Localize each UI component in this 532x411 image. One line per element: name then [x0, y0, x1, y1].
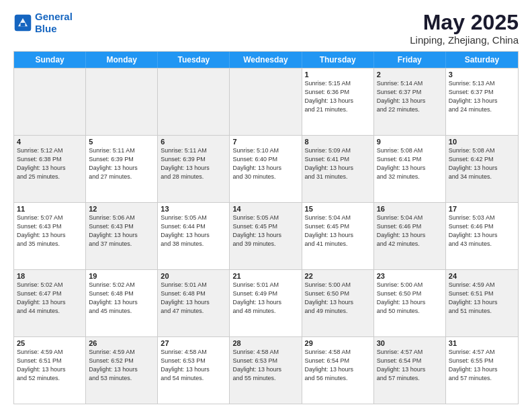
- calendar-day-26: 26Sunrise: 4:59 AM Sunset: 6:52 PM Dayli…: [86, 337, 158, 404]
- day-info: Sunrise: 5:01 AM Sunset: 6:49 PM Dayligh…: [232, 281, 298, 316]
- calendar-row-3: 11Sunrise: 5:07 AM Sunset: 6:43 PM Dayli…: [14, 202, 518, 269]
- day-info: Sunrise: 4:57 AM Sunset: 6:55 PM Dayligh…: [449, 348, 515, 383]
- calendar-header: SundayMondayTuesdayWednesdayThursdayFrid…: [14, 52, 518, 68]
- day-info: Sunrise: 5:00 AM Sunset: 6:50 PM Dayligh…: [377, 281, 443, 316]
- calendar-day-23: 23Sunrise: 5:00 AM Sunset: 6:50 PM Dayli…: [374, 270, 446, 336]
- day-info: Sunrise: 5:15 AM Sunset: 6:36 PM Dayligh…: [305, 79, 371, 114]
- calendar-day-24: 24Sunrise: 4:59 AM Sunset: 6:51 PM Dayli…: [446, 270, 518, 336]
- day-header-thursday: Thursday: [302, 52, 374, 68]
- day-number: 17: [449, 205, 515, 213]
- logo: General Blue: [13, 11, 73, 35]
- calendar-day-31: 31Sunrise: 4:57 AM Sunset: 6:55 PM Dayli…: [446, 337, 518, 404]
- day-info: Sunrise: 5:08 AM Sunset: 6:42 PM Dayligh…: [449, 146, 515, 181]
- day-number: 9: [377, 138, 443, 146]
- day-info: Sunrise: 5:02 AM Sunset: 6:47 PM Dayligh…: [17, 281, 83, 316]
- day-info: Sunrise: 5:11 AM Sunset: 6:39 PM Dayligh…: [161, 146, 226, 181]
- day-info: Sunrise: 5:12 AM Sunset: 6:38 PM Dayligh…: [17, 146, 83, 181]
- day-number: 14: [232, 205, 298, 213]
- day-number: 6: [161, 138, 226, 146]
- calendar: SundayMondayTuesdayWednesdayThursdayFrid…: [13, 51, 519, 404]
- day-number: 16: [377, 205, 443, 213]
- day-number: 24: [449, 272, 515, 280]
- svg-rect-2: [21, 23, 26, 26]
- day-number: 21: [232, 272, 298, 280]
- day-number: 28: [232, 339, 298, 347]
- logo-text: General Blue: [35, 11, 73, 35]
- calendar-day-15: 15Sunrise: 5:04 AM Sunset: 6:45 PM Dayli…: [302, 203, 374, 269]
- logo-icon: [13, 13, 32, 32]
- calendar-day-16: 16Sunrise: 5:04 AM Sunset: 6:46 PM Dayli…: [374, 203, 446, 269]
- day-number: 19: [89, 272, 154, 280]
- day-number: 2: [377, 71, 443, 79]
- calendar-day-7: 7Sunrise: 5:10 AM Sunset: 6:40 PM Daylig…: [230, 136, 302, 202]
- day-number: 3: [449, 71, 515, 79]
- day-number: 15: [305, 205, 371, 213]
- day-number: 1: [305, 71, 371, 79]
- day-number: 31: [449, 339, 515, 347]
- day-info: Sunrise: 5:04 AM Sunset: 6:46 PM Dayligh…: [377, 214, 443, 248]
- calendar-day-21: 21Sunrise: 5:01 AM Sunset: 6:49 PM Dayli…: [230, 270, 302, 336]
- day-info: Sunrise: 5:05 AM Sunset: 6:45 PM Dayligh…: [232, 214, 298, 248]
- day-number: 27: [161, 339, 226, 347]
- day-number: 30: [377, 339, 443, 347]
- calendar-day-30: 30Sunrise: 4:57 AM Sunset: 6:54 PM Dayli…: [374, 337, 446, 404]
- day-header-wednesday: Wednesday: [230, 52, 302, 68]
- day-number: 25: [17, 339, 83, 347]
- calendar-body: 1Sunrise: 5:15 AM Sunset: 6:36 PM Daylig…: [14, 68, 518, 404]
- day-info: Sunrise: 5:13 AM Sunset: 6:37 PM Dayligh…: [449, 79, 515, 114]
- calendar-row-5: 25Sunrise: 4:59 AM Sunset: 6:51 PM Dayli…: [14, 336, 518, 404]
- logo-line2: Blue: [35, 23, 57, 34]
- day-number: 23: [377, 272, 443, 280]
- calendar-row-2: 4Sunrise: 5:12 AM Sunset: 6:38 PM Daylig…: [14, 135, 518, 202]
- calendar-day-14: 14Sunrise: 5:05 AM Sunset: 6:45 PM Dayli…: [230, 203, 302, 269]
- day-info: Sunrise: 4:59 AM Sunset: 6:51 PM Dayligh…: [449, 281, 515, 316]
- calendar-day-28: 28Sunrise: 4:58 AM Sunset: 6:53 PM Dayli…: [230, 337, 302, 404]
- calendar-empty-cell: [230, 68, 302, 135]
- day-number: 11: [17, 205, 83, 213]
- day-info: Sunrise: 4:59 AM Sunset: 6:52 PM Dayligh…: [89, 348, 154, 383]
- day-header-saturday: Saturday: [446, 52, 518, 68]
- day-number: 18: [17, 272, 83, 280]
- calendar-day-29: 29Sunrise: 4:58 AM Sunset: 6:54 PM Dayli…: [302, 337, 374, 404]
- main-title: May 2025: [410, 11, 519, 34]
- calendar-day-5: 5Sunrise: 5:11 AM Sunset: 6:39 PM Daylig…: [86, 136, 158, 202]
- calendar-day-9: 9Sunrise: 5:08 AM Sunset: 6:41 PM Daylig…: [374, 136, 446, 202]
- day-info: Sunrise: 5:09 AM Sunset: 6:41 PM Dayligh…: [305, 146, 371, 181]
- page: General Blue May 2025 Linping, Zhejiang,…: [0, 0, 532, 411]
- calendar-day-25: 25Sunrise: 4:59 AM Sunset: 6:51 PM Dayli…: [14, 337, 86, 404]
- day-info: Sunrise: 5:11 AM Sunset: 6:39 PM Dayligh…: [89, 146, 154, 181]
- day-info: Sunrise: 5:00 AM Sunset: 6:50 PM Dayligh…: [305, 281, 371, 316]
- day-header-friday: Friday: [374, 52, 446, 68]
- day-header-sunday: Sunday: [14, 52, 86, 68]
- day-info: Sunrise: 4:58 AM Sunset: 6:53 PM Dayligh…: [161, 348, 226, 383]
- calendar-day-12: 12Sunrise: 5:06 AM Sunset: 6:43 PM Dayli…: [86, 203, 158, 269]
- day-info: Sunrise: 5:08 AM Sunset: 6:41 PM Dayligh…: [377, 146, 443, 181]
- calendar-day-13: 13Sunrise: 5:05 AM Sunset: 6:44 PM Dayli…: [158, 203, 230, 269]
- calendar-day-27: 27Sunrise: 4:58 AM Sunset: 6:53 PM Dayli…: [158, 337, 230, 404]
- calendar-day-1: 1Sunrise: 5:15 AM Sunset: 6:36 PM Daylig…: [302, 68, 374, 135]
- day-number: 29: [305, 339, 371, 347]
- calendar-day-8: 8Sunrise: 5:09 AM Sunset: 6:41 PM Daylig…: [302, 136, 374, 202]
- day-number: 8: [305, 138, 371, 146]
- calendar-day-11: 11Sunrise: 5:07 AM Sunset: 6:43 PM Dayli…: [14, 203, 86, 269]
- day-number: 4: [17, 138, 83, 146]
- day-number: 10: [449, 138, 515, 146]
- day-info: Sunrise: 5:10 AM Sunset: 6:40 PM Dayligh…: [232, 146, 298, 181]
- calendar-day-20: 20Sunrise: 5:01 AM Sunset: 6:48 PM Dayli…: [158, 270, 230, 336]
- calendar-day-18: 18Sunrise: 5:02 AM Sunset: 6:47 PM Dayli…: [14, 270, 86, 336]
- day-number: 12: [89, 205, 154, 213]
- day-number: 22: [305, 272, 371, 280]
- day-info: Sunrise: 4:58 AM Sunset: 6:53 PM Dayligh…: [232, 348, 298, 383]
- calendar-day-6: 6Sunrise: 5:11 AM Sunset: 6:39 PM Daylig…: [158, 136, 230, 202]
- day-number: 7: [232, 138, 298, 146]
- day-info: Sunrise: 5:07 AM Sunset: 6:43 PM Dayligh…: [17, 214, 83, 248]
- subtitle: Linping, Zhejiang, China: [410, 34, 519, 46]
- calendar-day-3: 3Sunrise: 5:13 AM Sunset: 6:37 PM Daylig…: [446, 68, 518, 135]
- day-info: Sunrise: 5:01 AM Sunset: 6:48 PM Dayligh…: [161, 281, 226, 316]
- day-info: Sunrise: 5:14 AM Sunset: 6:37 PM Dayligh…: [377, 79, 443, 114]
- header: General Blue May 2025 Linping, Zhejiang,…: [13, 11, 519, 46]
- day-number: 26: [89, 339, 154, 347]
- calendar-row-1: 1Sunrise: 5:15 AM Sunset: 6:36 PM Daylig…: [14, 68, 518, 135]
- day-info: Sunrise: 5:02 AM Sunset: 6:48 PM Dayligh…: [89, 281, 154, 316]
- day-number: 5: [89, 138, 154, 146]
